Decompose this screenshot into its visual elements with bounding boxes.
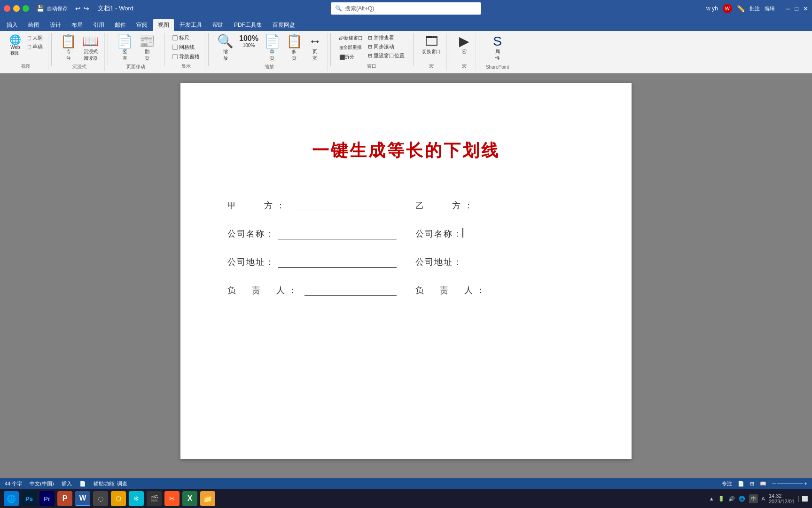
taskbar-pr[interactable]: Pr — [39, 491, 55, 506]
minimize-btn[interactable] — [13, 5, 20, 12]
tray-show-desktop[interactable]: ⬜ — [798, 496, 808, 502]
addr-right-label: 公司地址： — [415, 256, 462, 268]
tab-design[interactable]: 设计 — [45, 19, 66, 31]
tab-insert[interactable]: 插入 — [2, 19, 23, 31]
single-page-btn[interactable]: 📄 单页 — [262, 34, 282, 63]
switch-window-icon: 🗔 — [425, 35, 438, 48]
taskbar-app7[interactable]: ⬡ — [111, 491, 126, 506]
switch-window-btn[interactable]: 🗔 切换窗口 — [420, 34, 443, 56]
edge-icon: 🌐 — [7, 494, 16, 503]
grid-checkbox[interactable]: 网格线 — [171, 43, 196, 51]
nav-checkbox[interactable]: 导航窗格 — [171, 53, 201, 61]
tab-draw[interactable]: 绘图 — [23, 19, 44, 31]
format-view-btn[interactable]: ⬚ 大纲 — [25, 34, 44, 42]
ribbon-group-macro: ▶ 宏 宏 — [453, 33, 476, 71]
win-maximize[interactable]: □ — [795, 5, 798, 12]
multi-page-btn[interactable]: 📋 多页 — [284, 34, 304, 63]
arrange-all-btn[interactable]: ⊞ 全部重排 — [337, 43, 365, 52]
titlebar-left: 💾 自动保存 ↩ ↪ 文档1 - Word — [4, 4, 133, 13]
edit-btn[interactable]: 编辑 — [765, 5, 775, 12]
new-window-icon: 🗗 — [339, 36, 344, 41]
company-left-label: 公司名称： — [227, 228, 274, 239]
taskbar-app9[interactable]: 🎬 — [147, 491, 162, 506]
main-area: 一键生成等长的下划线 甲 方： 乙 方： 公司名称： — [0, 73, 812, 478]
web-view-icon: 🌐 — [9, 35, 21, 44]
taskbar-app6[interactable]: ◌ — [93, 491, 108, 506]
vertical-btn[interactable]: 📄 竖直 — [115, 34, 135, 63]
zoom-btn[interactable]: 🔍 缩放 — [215, 34, 235, 63]
sharepoint-btn[interactable]: S 属性 — [490, 34, 505, 63]
taskbar-app10[interactable]: ✂ — [164, 491, 180, 506]
app8-icon: ❄ — [133, 495, 139, 502]
ruler-checkbox-box — [172, 35, 178, 40]
ribbon-group-switch: 🗔 切换窗口 宏 — [416, 33, 447, 71]
redo-btn[interactable]: ↪ — [84, 5, 89, 12]
tab-pdf[interactable]: PDF工具集 — [229, 19, 267, 31]
page-flip-btn[interactable]: 📰 翻页 — [137, 34, 157, 63]
tray-ime[interactable]: 中 — [749, 494, 758, 503]
maximize-btn[interactable] — [23, 5, 29, 12]
ps-icon: Ps — [25, 495, 33, 502]
person-right-label: 负 责 人： — [415, 285, 489, 296]
sep5 — [330, 33, 331, 66]
tab-view[interactable]: 视图 — [153, 19, 174, 31]
macro-label: 宏 — [462, 48, 467, 55]
statusbar-left: 44 个字 中文(中国) 插入 📄 辅助功能: 调查 — [5, 480, 127, 487]
new-window-btn[interactable]: 🗗 新建窗口 — [337, 34, 365, 42]
win-close[interactable]: ✕ — [803, 5, 808, 12]
focus-icon: 📋 — [60, 35, 77, 48]
grid-view-icon[interactable]: ⊞ — [750, 481, 754, 487]
taskbar-edge[interactable]: 🌐 — [4, 491, 19, 506]
draft-view-icon: ⬚ — [26, 44, 31, 50]
yi-label: 乙 方： — [415, 200, 476, 211]
undo-btn[interactable]: ↩ — [75, 5, 81, 12]
explorer-icon: 📁 — [203, 494, 212, 503]
form-col-person-right: 负 责 人： — [415, 285, 585, 296]
taskbar-word[interactable]: W — [75, 491, 90, 506]
statusbar: 44 个字 中文(中国) 插入 📄 辅助功能: 调查 专注 📄 ⊞ 📖 ─ ──… — [0, 478, 812, 489]
read-mode-icon[interactable]: 📖 — [760, 481, 766, 487]
side-by-side-btn[interactable]: ⊟ 并排查看 — [367, 34, 406, 42]
tab-reference[interactable]: 引用 — [88, 19, 109, 31]
switch-buttons: 🗔 切换窗口 — [420, 34, 443, 62]
tab-review[interactable]: 审阅 — [132, 19, 152, 31]
win-minimize[interactable]: ─ — [786, 5, 790, 12]
layout-view-icon[interactable]: 📄 — [738, 481, 744, 487]
tab-devtools[interactable]: 开发工具 — [175, 19, 207, 31]
tab-baidu[interactable]: 百度网盘 — [268, 19, 300, 31]
split-btn[interactable]: ⬛ 拆分 — [337, 53, 365, 61]
zoom100-btn[interactable]: 100% 100% — [237, 34, 260, 49]
ruler-checkbox[interactable]: 标尺 — [171, 34, 191, 42]
comment-status[interactable]: 专注 — [722, 480, 732, 487]
draft-view-btn[interactable]: ⬚ 草稿 — [25, 43, 44, 51]
reset-pos-btn[interactable]: ⊟ 重设窗口位置 — [367, 52, 406, 60]
zoom-bar[interactable]: ─ ─────── + — [772, 481, 807, 486]
tray-volume: 🔊 — [728, 496, 735, 502]
tab-mail[interactable]: 邮件 — [110, 19, 131, 31]
form-row-3: 公司地址： 公司地址： — [227, 256, 585, 268]
close-btn[interactable] — [4, 5, 10, 12]
taskbar-excel[interactable]: X — [182, 491, 197, 506]
taskbar-ps[interactable]: Ps — [22, 491, 37, 506]
reader-btn[interactable]: 📖 沉浸式阅读器 — [80, 34, 101, 63]
multi-page-icon: 📋 — [286, 35, 303, 48]
macro-icon: ▶ — [459, 35, 469, 48]
excel-icon: X — [187, 494, 193, 503]
search-bar[interactable]: 🔍 搜索(Alt+Q) — [331, 2, 481, 15]
tab-layout[interactable]: 布局 — [67, 19, 87, 31]
macro-btn[interactable]: ▶ 宏 — [457, 34, 472, 56]
web-view-btn[interactable]: 🌐 Web视图 — [8, 34, 23, 57]
comment-btn[interactable]: 批注 — [750, 5, 760, 12]
taskbar-app8[interactable]: ❄ — [129, 491, 144, 506]
sep3 — [164, 33, 164, 66]
macro-buttons: ▶ 宏 — [457, 34, 472, 62]
page-width-btn[interactable]: ↔ 页宽 — [306, 34, 323, 63]
doc-title: 文档1 - Word — [98, 4, 133, 13]
ribbon-tabs: 插入 绘图 设计 布局 引用 邮件 审阅 视图 开发工具 帮助 PDF工具集 百… — [0, 17, 812, 31]
taskbar-explorer[interactable]: 📁 — [200, 491, 215, 506]
web-view-label: Web视图 — [10, 45, 20, 56]
focus-btn[interactable]: 📋 专注 — [58, 34, 78, 63]
sync-scroll-btn[interactable]: ⊟ 同步滚动 — [367, 43, 406, 51]
tab-help[interactable]: 帮助 — [208, 19, 228, 31]
taskbar-ppt[interactable]: P — [57, 491, 72, 506]
